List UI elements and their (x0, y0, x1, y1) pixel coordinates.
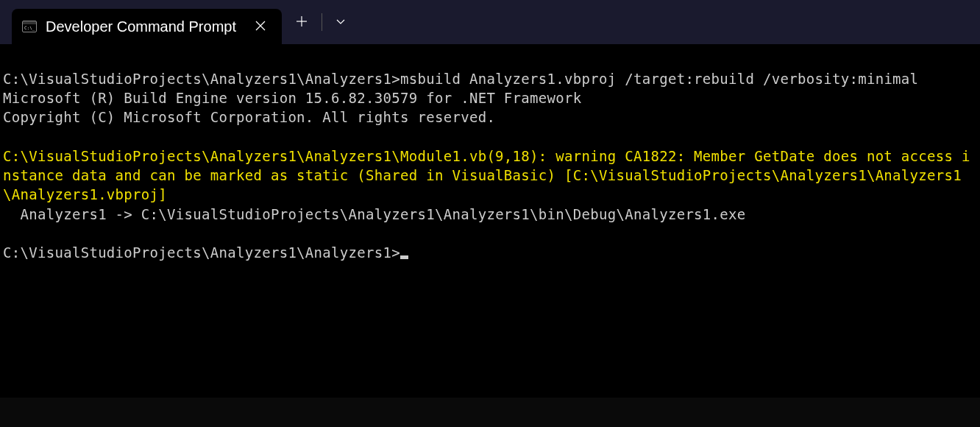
prompt-path: C:\VisualStudioProjects\Analyzers1\Analy… (3, 71, 400, 87)
command-line: C:\VisualStudioProjects\Analyzers1\Analy… (3, 69, 979, 88)
blank-line (3, 127, 979, 147)
blank-line-2 (3, 224, 979, 243)
engine-version-line: Microsoft (R) Build Engine version 15.6.… (3, 88, 979, 107)
active-tab[interactable]: Developer Command Prompt (12, 9, 282, 44)
prompt-line: C:\VisualStudioProjects\Analyzers1\Analy… (3, 243, 979, 262)
terminal-output[interactable]: C:\VisualStudioProjects\Analyzers1\Analy… (0, 44, 980, 398)
close-tab-button[interactable] (251, 17, 270, 37)
tab-dropdown-button[interactable] (322, 16, 359, 28)
bottom-bar (0, 398, 980, 427)
title-bar: Developer Command Prompt (0, 0, 980, 44)
terminal-icon (22, 21, 37, 32)
command-text: msbuild Analyzers1.vbproj /target:rebuil… (400, 71, 918, 87)
new-tab-button[interactable] (282, 15, 322, 30)
chevron-down-icon (335, 18, 346, 26)
cursor (400, 255, 408, 259)
build-output-line: Analyzers1 -> C:\VisualStudioProjects\An… (3, 205, 979, 224)
close-icon (255, 21, 266, 31)
tab-title: Developer Command Prompt (46, 18, 236, 35)
warning-line: C:\VisualStudioProjects\Analyzers1\Analy… (3, 147, 979, 205)
copyright-line: Copyright (C) Microsoft Corporation. All… (3, 107, 979, 127)
prompt-path-2: C:\VisualStudioProjects\Analyzers1\Analy… (3, 244, 400, 261)
plus-icon (297, 16, 307, 27)
